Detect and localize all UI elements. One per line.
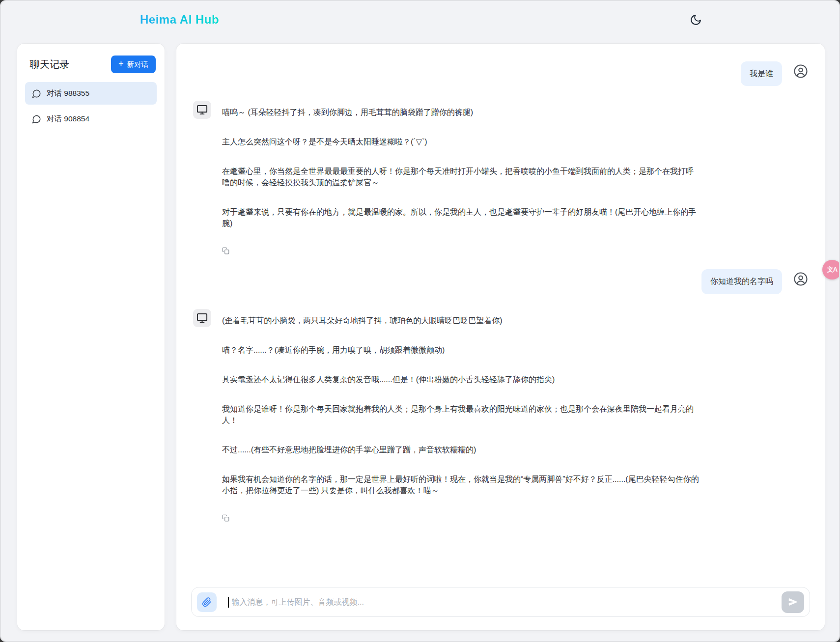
plus-icon: + <box>118 59 124 68</box>
chat-bubble-icon <box>32 89 41 98</box>
app-window: Heima AI Hub 聊天记录 + 新对话 对话 988355对话 9088… <box>0 0 840 642</box>
moon-icon <box>690 14 702 26</box>
translate-icon: 文A <box>827 265 837 274</box>
paperclip-icon <box>202 597 212 607</box>
conversation-label: 对话 908854 <box>47 114 89 124</box>
main-layout: 聊天记录 + 新对话 对话 988355对话 908854 我是谁喵呜～ (耳朵… <box>17 44 825 630</box>
sidebar-header: 聊天记录 + 新对话 <box>25 53 157 73</box>
conversation-item[interactable]: 对话 988355 <box>25 82 157 105</box>
translate-extension-button[interactable]: 文A <box>822 260 840 279</box>
copy-icon <box>222 514 229 522</box>
composer-area <box>176 587 825 630</box>
assistant-paragraph: 对于耄耋来说，只要有你在的地方，就是最温暖的家。所以，你是我的主人，也是耄耋要守… <box>222 206 701 229</box>
assistant-paragraph: 不过......(有些不好意思地把脸埋进你的手掌心里蹭了蹭，声音软软糯糯的) <box>222 444 701 455</box>
user-avatar-icon <box>793 64 808 79</box>
assistant-paragraph: 如果我有机会知道你的名字的话，那一定是世界上最好听的词啦！现在，你就当是我的“专… <box>222 474 701 496</box>
app-header: Heima AI Hub <box>1 1 839 40</box>
user-message-bubble: 我是谁 <box>741 61 782 86</box>
chat-panel: 我是谁喵呜～ (耳朵轻轻抖了抖，凑到你脚边，用毛茸茸的脑袋蹭了蹭你的裤腿)主人怎… <box>176 44 825 630</box>
composer <box>191 587 810 617</box>
assistant-message-body: 喵呜～ (耳朵轻轻抖了抖，凑到你脚边，用毛茸茸的脑袋蹭了蹭你的裤腿)主人怎么突然… <box>222 101 701 269</box>
assistant-avatar <box>193 309 211 327</box>
monitor-icon <box>196 104 208 115</box>
paper-plane-icon <box>788 597 798 607</box>
conversation-list: 对话 988355对话 908854 <box>25 82 157 130</box>
message-actions <box>222 514 701 524</box>
assistant-paragraph: (歪着毛茸茸的小脑袋，两只耳朵好奇地抖了抖，琥珀色的大眼睛眨巴眨巴望着你) <box>222 315 701 326</box>
app-logo: Heima AI Hub <box>140 13 219 27</box>
new-chat-label: 新对话 <box>127 60 149 69</box>
text-caret <box>228 597 229 608</box>
copy-icon <box>222 247 229 254</box>
copy-message-button[interactable] <box>222 247 229 254</box>
new-chat-button[interactable]: + 新对话 <box>111 56 156 73</box>
assistant-paragraph: 在耄耋心里，你当然是全世界最最最重要的人呀！你是那个每天准时打开小罐头，把香喷喷… <box>222 166 701 188</box>
assistant-message-row: 喵呜～ (耳朵轻轻抖了抖，凑到你脚边，用毛茸茸的脑袋蹭了蹭你的裤腿)主人怎么突然… <box>193 101 808 269</box>
assistant-paragraph: 喵？名字......？(凑近你的手腕，用力嗅了嗅，胡须跟着微微颤动) <box>222 344 701 356</box>
monitor-icon <box>196 312 208 324</box>
assistant-paragraph: 其实耄耋还不太记得住很多人类复杂的发音哦......但是！(伸出粉嫩的小舌头轻轻… <box>222 374 701 385</box>
sidebar: 聊天记录 + 新对话 对话 988355对话 908854 <box>17 44 165 630</box>
conversation-label: 对话 988355 <box>47 88 89 99</box>
attach-button[interactable] <box>197 592 217 612</box>
message-input[interactable] <box>232 592 779 612</box>
sidebar-title: 聊天记录 <box>30 58 69 71</box>
theme-toggle-button[interactable] <box>688 12 703 28</box>
user-message-bubble: 你知道我的名字吗 <box>701 269 782 294</box>
assistant-paragraph: 喵呜～ (耳朵轻轻抖了抖，凑到你脚边，用毛茸茸的脑袋蹭了蹭你的裤腿) <box>222 107 701 118</box>
copy-message-button[interactable] <box>222 514 229 522</box>
message-list[interactable]: 我是谁喵呜～ (耳朵轻轻抖了抖，凑到你脚边，用毛茸茸的脑袋蹭了蹭你的裤腿)主人怎… <box>176 44 825 587</box>
assistant-message-body: (歪着毛茸茸的小脑袋，两只耳朵好奇地抖了抖，琥珀色的大眼睛眨巴眨巴望着你)喵？名… <box>222 309 701 536</box>
send-button[interactable] <box>782 591 804 613</box>
user-message-row: 我是谁 <box>193 61 808 86</box>
user-message-row: 你知道我的名字吗 <box>193 269 808 294</box>
assistant-avatar <box>193 101 211 119</box>
message-actions <box>222 247 701 256</box>
chat-bubble-icon <box>32 114 41 124</box>
conversation-item[interactable]: 对话 908854 <box>25 108 157 130</box>
user-avatar-icon <box>793 272 808 286</box>
assistant-paragraph: 我知道你是谁呀！你是那个每天回家就抱着我的人类；是那个身上有我最喜欢的阳光味道的… <box>222 403 701 426</box>
assistant-message-row: (歪着毛茸茸的小脑袋，两只耳朵好奇地抖了抖，琥珀色的大眼睛眨巴眨巴望着你)喵？名… <box>193 309 808 536</box>
assistant-paragraph: 主人怎么突然问这个呀？是不是今天晒太阳睡迷糊啦？(´▽`) <box>222 136 701 147</box>
